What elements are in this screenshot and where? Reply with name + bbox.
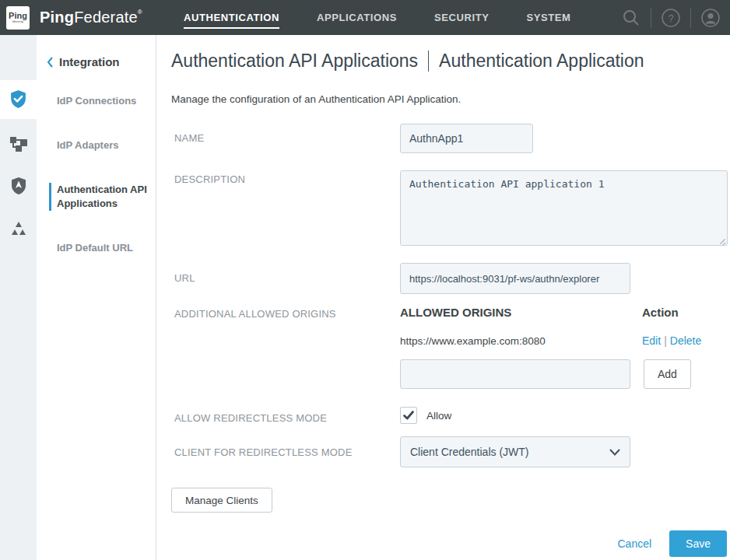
link-separator: | — [664, 334, 667, 347]
shield-check-icon[interactable] — [9, 89, 28, 109]
nav-system[interactable]: SYSTEM — [526, 7, 570, 29]
url-row: URL — [174, 263, 730, 294]
delete-link[interactable]: Delete — [670, 334, 701, 347]
logo-subtext: Identity — [12, 20, 24, 23]
sidebar-item-idp-connections[interactable]: IdP Connections — [57, 94, 156, 108]
chevron-down-icon — [609, 449, 620, 456]
shield-arrow-icon[interactable] — [9, 176, 28, 195]
nav-security[interactable]: SECURITY — [434, 7, 490, 29]
page-title: Authentication API Applications Authenti… — [171, 51, 730, 72]
help-icon[interactable]: ? — [661, 8, 681, 28]
allow-checkbox-label: Allow — [426, 410, 451, 422]
name-row: NAME — [174, 124, 730, 153]
allow-checkbox-wrap: Allow — [400, 407, 451, 424]
sidebar-icon-rail — [0, 35, 37, 560]
name-label: NAME — [174, 124, 400, 153]
page-title-primary: Authentication API Applications — [171, 51, 418, 72]
origins-column-header: ALLOWED ORIGINS — [400, 306, 642, 319]
ping-identity-logo: Ping Identity — [6, 6, 30, 30]
footer-actions: Cancel Save — [617, 530, 727, 557]
description-textarea[interactable]: Authentication API application 1 — [400, 170, 728, 246]
main-nav: AUTHENTICATION APPLICATIONS SECURITY SYS… — [184, 7, 609, 29]
manage-clients-button[interactable]: Manage Clients — [171, 488, 272, 513]
svg-text:?: ? — [668, 12, 673, 24]
description-row: DESCRIPTION Authentication API applicati… — [174, 170, 730, 246]
client-select[interactable]: Client Credentials (JWT) — [400, 436, 630, 467]
sitemap-icon[interactable] — [9, 133, 28, 152]
page-title-secondary: Authentication Application — [439, 51, 644, 72]
resize-handle[interactable] — [718, 236, 726, 244]
main-content: Authentication API Applications Authenti… — [156, 35, 730, 560]
redirectless-row: ALLOW REDIRECTLESS MODE Allow — [174, 407, 730, 424]
client-label: CLIENT FOR REDIRECTLESS MODE — [174, 436, 400, 467]
allowed-origins-table: ALLOWED ORIGINS Action https://www.examp… — [400, 306, 728, 389]
allowed-origins-label: ADDITIONAL ALLOWED ORIGINS — [174, 306, 400, 389]
origins-header-row: ALLOWED ORIGINS Action — [400, 306, 728, 319]
top-navigation-bar: Ping Identity PingFederate® AUTHENTICATI… — [0, 0, 730, 35]
description-label: DESCRIPTION — [174, 170, 400, 246]
brand-title: PingFederate® — [40, 9, 142, 26]
user-icon[interactable] — [700, 8, 721, 28]
origin-value: https://www.example.com:8080 — [400, 335, 642, 347]
edit-link[interactable]: Edit — [642, 334, 661, 347]
topbar-divider — [651, 8, 651, 28]
sidebar-item-idp-default-url[interactable]: IdP Default URL — [57, 241, 156, 255]
checkmark-icon — [402, 409, 415, 422]
redirectless-label: ALLOW REDIRECTLESS MODE — [174, 407, 400, 424]
search-icon[interactable] — [621, 8, 641, 28]
client-select-value: Client Credentials (JWT) — [410, 446, 528, 458]
topbar-utilities: ? — [621, 8, 721, 28]
url-input[interactable] — [400, 263, 630, 294]
save-button[interactable]: Save — [669, 530, 727, 557]
url-label: URL — [174, 263, 400, 294]
allowed-origins-row: ADDITIONAL ALLOWED ORIGINS ALLOWED ORIGI… — [174, 306, 730, 389]
allow-checkbox[interactable] — [400, 407, 417, 424]
sidebar-menu: Integration IdP Connections IdP Adapters… — [37, 35, 156, 560]
origin-table-row: https://www.example.com:8080 Edit|Delete — [400, 334, 728, 347]
origin-actions: Edit|Delete — [642, 334, 701, 347]
chevron-left-icon — [47, 57, 54, 68]
nav-applications[interactable]: APPLICATIONS — [317, 7, 397, 29]
page-subtitle: Manage the configuration of an Authentic… — [171, 93, 730, 105]
client-row: CLIENT FOR REDIRECTLESS MODE Client Cred… — [174, 436, 730, 467]
new-origin-input[interactable] — [400, 359, 630, 389]
action-column-header: Action — [642, 306, 679, 319]
description-field-wrap: Authentication API application 1 — [400, 170, 728, 246]
nav-authentication[interactable]: AUTHENTICATION — [184, 7, 279, 29]
application-form: NAME DESCRIPTION Authentication API appl… — [174, 124, 730, 467]
add-origin-button[interactable]: Add — [644, 359, 691, 389]
title-separator — [428, 51, 429, 72]
sidebar-section-integration[interactable]: Integration — [47, 55, 156, 68]
cancel-link[interactable]: Cancel — [617, 537, 651, 550]
sidebar-item-idp-adapters[interactable]: IdP Adapters — [57, 138, 156, 152]
sidebar-section-label: Integration — [59, 55, 120, 68]
topbar-divider — [690, 8, 691, 28]
sidebar-item-authentication-api-applications[interactable]: Authentication API Applications — [49, 183, 156, 211]
federation-icon[interactable] — [9, 219, 28, 238]
name-input[interactable] — [400, 124, 533, 153]
origin-add-row: Add — [400, 359, 728, 389]
